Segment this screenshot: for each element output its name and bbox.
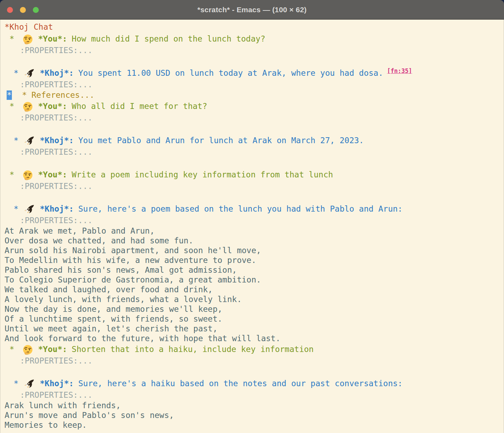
heading-khoj-who-met[interactable]: * *Khoj*: You met Pablo and Arun for lun… <box>0 134 504 146</box>
heading-khoj-poem[interactable]: * *Khoj*: Sure, here's a poem based on t… <box>0 203 504 215</box>
message-text: Write a poem including key information f… <box>72 169 333 181</box>
blank-line <box>0 56 504 67</box>
eagle-icon <box>24 204 34 214</box>
heading-khoj-haiku[interactable]: * *Khoj*: Sure, here's a haiku based on … <box>0 377 504 389</box>
properties-fold[interactable]: :PROPERTIES:... <box>0 79 504 90</box>
chat-title-heading[interactable]: *Khoj Chat <box>0 21 504 33</box>
eagle-icon <box>24 68 34 79</box>
haiku-line: Arun's move and Pablo's son's news, <box>0 410 504 420</box>
poem-line: Until we meet again, let's cherish the p… <box>0 324 504 333</box>
properties-fold[interactable]: :PROPERTIES:... <box>0 45 504 56</box>
eagle-icon <box>24 136 34 146</box>
thinking-face-icon <box>23 34 33 44</box>
references-heading[interactable]: * * References... <box>0 90 504 100</box>
org-bullet: * <box>9 343 14 355</box>
org-bullet: * <box>5 21 9 33</box>
properties-fold[interactable]: :PROPERTIES:... <box>0 355 504 366</box>
org-bullet: * <box>14 377 19 389</box>
org-bullet: * <box>9 33 14 45</box>
heading-you-write-poem[interactable]: * *You*: Write a poem including key info… <box>0 169 504 181</box>
close-button[interactable] <box>7 7 13 13</box>
poem-line: To Medellin with his wife, a new adventu… <box>0 255 504 265</box>
message-text: How much did I spend on the lunch today? <box>72 33 265 45</box>
message-text: Sure, here's a haiku based on the notes … <box>78 377 403 389</box>
window-title: *scratch* - Emacs — (100 × 62) <box>0 6 504 14</box>
poem-line: A lovely lunch, with friends, what a lov… <box>0 294 504 304</box>
poem-line: Now the day is done, and memories we'll … <box>0 304 504 314</box>
blank-line <box>0 157 504 169</box>
window-controls <box>7 0 39 20</box>
speaker-label: *You*: <box>38 169 67 181</box>
poem-line: Of a lunchtime spent, with friends, so s… <box>0 314 504 324</box>
zoom-button[interactable] <box>33 7 39 13</box>
references-label: References... <box>31 90 94 100</box>
heading-you-who-met[interactable]: * *You*: Who all did I meet for that? <box>0 100 504 112</box>
footnote-link[interactable]: [fn:35] <box>387 65 412 77</box>
speaker-label: *Khoj*: <box>40 377 74 389</box>
poem-line: Arun sold his Nairobi apartment, and soo… <box>0 245 504 255</box>
org-bullet: * <box>14 134 19 146</box>
chat-title: Khoj Chat <box>9 22 53 31</box>
haiku-line: Memories to keep. <box>0 420 504 430</box>
heading-khoj-lunch-cost[interactable]: * *Khoj*: You spent 11.00 USD on lunch t… <box>0 67 504 79</box>
blank-line <box>0 192 504 203</box>
message-text: You met Pablo and Arun for lunch at Arak… <box>78 134 364 146</box>
minimize-button[interactable] <box>20 7 26 13</box>
org-bullet: * <box>14 67 19 79</box>
message-text: Who all did I meet for that? <box>72 100 207 112</box>
speaker-label: *Khoj*: <box>40 67 74 79</box>
properties-fold[interactable]: :PROPERTIES:... <box>0 389 504 401</box>
haiku-line: Arak lunch with friends, <box>0 401 504 410</box>
message-text: You spent 11.00 USD on lunch today at Ar… <box>78 67 383 79</box>
poem-line: To Colegio Superior de Gastronomia, a gr… <box>0 275 504 285</box>
blank-line <box>0 123 504 134</box>
speaker-label: *You*: <box>38 33 67 45</box>
org-bullet: * <box>14 203 19 215</box>
speaker-label: *You*: <box>38 343 67 355</box>
org-bullet: * <box>9 169 14 181</box>
speaker-label: *Khoj*: <box>40 203 74 215</box>
thinking-face-icon <box>23 170 33 180</box>
properties-fold[interactable]: :PROPERTIES:... <box>0 146 504 157</box>
text-cursor: * <box>7 90 12 100</box>
heading-you-lunch-cost[interactable]: * *You*: How much did I spend on the lun… <box>0 33 504 45</box>
emacs-window: *scratch* - Emacs — (100 × 62) *Khoj Cha… <box>0 0 504 433</box>
poem-line: At Arak we met, Pablo and Arun, <box>0 226 504 236</box>
properties-fold[interactable]: :PROPERTIES:... <box>0 112 504 123</box>
message-text: Sure, here's a poem based on the lunch y… <box>78 203 403 215</box>
properties-fold[interactable]: :PROPERTIES:... <box>0 215 504 226</box>
blank-line <box>0 366 504 377</box>
properties-fold[interactable]: :PROPERTIES:... <box>0 181 504 192</box>
message-text: Shorten that into a haiku, include key i… <box>72 343 314 355</box>
eagle-icon <box>24 379 34 389</box>
org-buffer[interactable]: *Khoj Chat * *You*: How much did I spend… <box>0 20 504 433</box>
poem-line: Over dosa we chatted, and had some fun. <box>0 236 504 245</box>
poem-line: We talked and laughed, over food and dri… <box>0 285 504 294</box>
poem-line: Pablo shared his son's news, Amal got ad… <box>0 265 504 275</box>
thinking-face-icon <box>23 102 33 112</box>
titlebar: *scratch* - Emacs — (100 × 62) <box>0 0 504 20</box>
poem-line: And look forward to the future, with hop… <box>0 333 504 343</box>
thinking-face-icon <box>23 345 33 355</box>
heading-you-haiku[interactable]: * *You*: Shorten that into a haiku, incl… <box>0 343 504 355</box>
speaker-label: *You*: <box>38 100 67 112</box>
org-bullet: * <box>9 100 14 112</box>
org-bullet: * <box>22 90 27 100</box>
speaker-label: *Khoj*: <box>40 134 74 146</box>
